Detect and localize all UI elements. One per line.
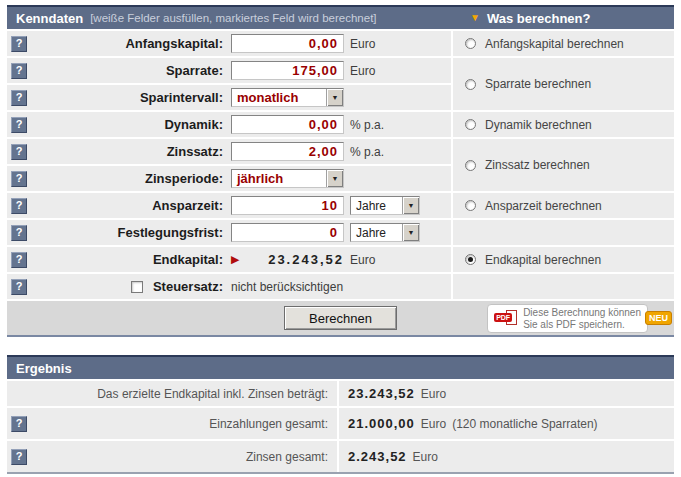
- radio-icon[interactable]: [465, 79, 476, 90]
- help-button[interactable]: ?: [11, 90, 27, 106]
- radio-sparrate-berechnen[interactable]: Sparrate berechnen: [453, 58, 674, 110]
- was-berechnen-link[interactable]: ▼ Was berechnen?: [470, 7, 590, 29]
- festlegungsfrist-label: Festlegungsfrist:: [31, 225, 223, 240]
- radio-icon[interactable]: [465, 160, 476, 171]
- dropdown-arrow-icon[interactable]: ▼: [326, 170, 343, 187]
- pdf-tag: PDF: [494, 313, 512, 322]
- radio-endkapital-berechnen[interactable]: Endkapital berechnen: [453, 247, 674, 272]
- sparintervall-select[interactable]: monatlich ▼: [231, 88, 344, 107]
- radio-label: Sparrate berechnen: [485, 77, 591, 91]
- endkapital-value: 23.243,52: [239, 252, 344, 267]
- zinssatz-label: Zinssatz:: [31, 144, 223, 159]
- result-value: 21.000,00: [348, 416, 415, 431]
- kenndaten-body: ? Anfangskapital: Euro ? Sparrate: Euro …: [7, 31, 674, 299]
- zinsperiode-select[interactable]: jährlich ▼: [231, 169, 344, 188]
- radio-label: Ansparzeit berechnen: [485, 199, 602, 213]
- triangle-down-icon: ▼: [470, 13, 480, 23]
- kenndaten-header: Kenndaten [weiße Felder ausfüllen, marki…: [7, 5, 674, 29]
- anfangskapital-label: Anfangskapital:: [31, 36, 223, 51]
- result-unit: Euro: [421, 417, 446, 431]
- help-button[interactable]: ?: [11, 225, 27, 241]
- select-value: jährlich: [232, 171, 326, 186]
- dropdown-arrow-glyph: ▼: [332, 94, 339, 101]
- dropdown-arrow-icon[interactable]: ▼: [402, 224, 419, 241]
- radio-icon[interactable]: [465, 119, 476, 130]
- dynamik-input[interactable]: [231, 115, 344, 134]
- sparrate-input[interactable]: [231, 61, 344, 80]
- anfangskapital-input[interactable]: [231, 34, 344, 53]
- select-value: monatlich: [232, 90, 326, 105]
- form-row-endkapital: ? Endkapital: ▶ 23.243,52 Euro: [7, 247, 451, 272]
- pdf-text: Diese Berechnung könnenSie als PDF speic…: [523, 307, 641, 331]
- result-unit: Euro: [413, 450, 438, 464]
- ergebnis-panel: Ergebnis Das erzielte Endkapital inkl. Z…: [7, 355, 674, 474]
- steuersatz-note: nicht berücksichtigen: [231, 280, 343, 294]
- help-button[interactable]: ?: [11, 449, 27, 465]
- radio-cell-empty: [453, 220, 674, 245]
- help-button[interactable]: ?: [11, 36, 27, 52]
- endkapital-value-box: ▶ 23.243,52: [231, 250, 344, 269]
- festlegungsfrist-unit-select[interactable]: Jahre ▼: [350, 223, 420, 242]
- result-label: Das erzielte Endkapital inkl. Zinsen bet…: [7, 387, 337, 401]
- result-label-cell: ? Einzahlungen gesamt:: [7, 408, 337, 439]
- festlegungsfrist-input[interactable]: [231, 223, 344, 242]
- help-button[interactable]: ?: [11, 252, 27, 268]
- pdf-icon: PDF: [494, 309, 518, 328]
- dropdown-arrow-icon[interactable]: ▼: [402, 197, 419, 214]
- pdf-text-line1: Diese Berechnung können: [523, 307, 641, 318]
- steuersatz-checkbox[interactable]: [131, 281, 143, 293]
- sparrate-label: Sparrate:: [31, 63, 223, 78]
- dynamik-label: Dynamik:: [31, 117, 223, 132]
- zinsperiode-label: Zinsperiode:: [31, 171, 223, 186]
- radio-ansparzeit-berechnen[interactable]: Ansparzeit berechnen: [453, 193, 674, 218]
- radio-icon[interactable]: [465, 254, 476, 265]
- was-berechnen-label: Was berechnen?: [487, 11, 591, 26]
- select-value: Jahre: [351, 199, 402, 213]
- help-button[interactable]: ?: [11, 279, 27, 295]
- berechnen-button[interactable]: Berechnen: [284, 306, 397, 330]
- ansparzeit-unit-select[interactable]: Jahre ▼: [350, 196, 420, 215]
- help-button[interactable]: ?: [11, 198, 27, 214]
- radio-icon[interactable]: [465, 38, 476, 49]
- help-button[interactable]: ?: [11, 171, 27, 187]
- ergebnis-header: Ergebnis: [7, 355, 674, 379]
- form-row-ansparzeit: ? Ansparzeit: Jahre ▼: [7, 193, 451, 218]
- result-value: 2.243,52: [348, 449, 407, 464]
- radio-label: Dynamik berechnen: [485, 118, 592, 132]
- endkapital-label: Endkapital:: [31, 252, 223, 267]
- help-button[interactable]: ?: [11, 416, 27, 432]
- help-button[interactable]: ?: [11, 117, 27, 133]
- help-button[interactable]: ?: [11, 144, 27, 160]
- panel-title: Kenndaten: [16, 11, 83, 26]
- dropdown-arrow-icon[interactable]: ▼: [326, 89, 343, 106]
- result-label: Einzahlungen gesamt:: [27, 417, 337, 431]
- form-column: ? Anfangskapital: Euro ? Sparrate: Euro …: [7, 31, 451, 299]
- radio-label: Endkapital berechnen: [485, 253, 601, 267]
- sparintervall-label: Sparintervall:: [31, 90, 223, 105]
- ansparzeit-input[interactable]: [231, 196, 344, 215]
- result-row-einzahlungen: ? Einzahlungen gesamt: 21.000,00 Euro (1…: [7, 408, 674, 439]
- result-label-cell: ? Zinsen gesamt:: [7, 441, 337, 472]
- form-row-zinsperiode: ? Zinsperiode: jährlich ▼: [7, 166, 451, 191]
- result-row-zinsen: ? Zinsen gesamt: 2.243,52 Euro: [7, 441, 674, 472]
- radio-zinssatz-berechnen[interactable]: Zinssatz berechnen: [453, 139, 674, 191]
- result-label-cell: Das erzielte Endkapital inkl. Zinsen bet…: [7, 381, 337, 406]
- select-value: Jahre: [351, 226, 402, 240]
- pdf-text-line2: Sie als PDF speichern.: [523, 319, 625, 330]
- radio-cell-empty: [453, 274, 674, 299]
- form-row-dynamik: ? Dynamik: % p.a.: [7, 112, 451, 137]
- pdf-save-link[interactable]: PDF Diese Berechnung könnenSie als PDF s…: [487, 304, 648, 333]
- anfangskapital-unit: Euro: [350, 37, 375, 51]
- help-button[interactable]: ?: [11, 63, 27, 79]
- sparrate-unit: Euro: [350, 64, 375, 78]
- marked-field-arrow-icon: ▶: [231, 254, 239, 265]
- dropdown-arrow-glyph: ▼: [408, 202, 415, 209]
- dynamik-unit: % p.a.: [350, 118, 384, 132]
- radio-anfangskapital-berechnen[interactable]: Anfangskapital berechnen: [453, 31, 674, 56]
- result-value-cell: 21.000,00 Euro (120 monatliche Sparraten…: [339, 408, 674, 439]
- result-unit: Euro: [421, 387, 446, 401]
- radio-icon[interactable]: [465, 200, 476, 211]
- zinssatz-input[interactable]: [231, 142, 344, 161]
- radio-column: Anfangskapital berechnen Sparrate berech…: [453, 31, 674, 299]
- radio-dynamik-berechnen[interactable]: Dynamik berechnen: [453, 112, 674, 137]
